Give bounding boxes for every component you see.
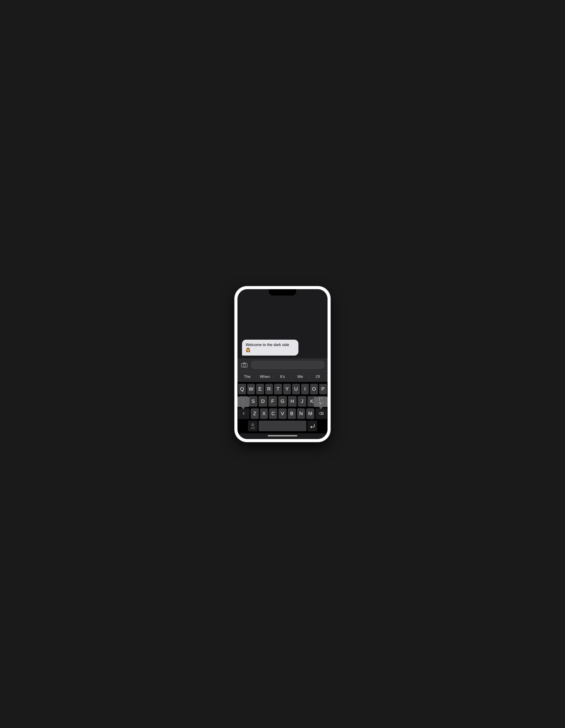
key-v[interactable]: V [278,408,287,419]
emoji-label: 123 [251,427,255,429]
key-b[interactable]: B [288,408,296,419]
input-area [237,358,328,372]
keyboard-row-3: ;: ⇧ Z X C V B N M ! "? ' [238,408,327,419]
predictive-word-1[interactable]: When [256,373,274,381]
key-w[interactable]: W [247,384,255,394]
key-m[interactable]: M [306,408,314,419]
key-o[interactable]: O [310,384,318,394]
return-icon [309,423,315,428]
key-x[interactable]: X [260,408,268,419]
key-u[interactable]: U [292,384,300,394]
key-e[interactable]: E [256,384,264,394]
key-h[interactable]: H [288,396,297,407]
punct-popup-chars: ! "? ' [319,397,323,406]
key-f[interactable]: F [268,396,277,407]
key-delete[interactable]: ⌫ [315,408,327,419]
svg-point-1 [243,364,246,367]
shift-popup-container: ;: [237,397,250,409]
key-shift[interactable]: ⇧ [238,408,250,419]
key-emoji-123[interactable]: ☺ 123 [248,421,257,431]
messages-area: Welcome to the dark side 🧛 [237,299,328,358]
key-y[interactable]: Y [283,384,291,394]
svg-rect-2 [243,363,245,364]
message-input[interactable] [251,361,325,369]
phone-frame: Welcome to the dark side 🧛 The When It's… [235,286,330,442]
message-text: Welcome to the dark side 🧛 [246,343,289,352]
phone-top-bar [237,289,328,299]
notch [269,289,296,296]
shift-popup-tail [241,407,245,409]
camera-icon [241,362,247,368]
shift-popup-chars: ;: [243,397,244,406]
keyboard: Q W E R T Y U I O P A S D F G H J K [237,382,328,433]
predictive-word-4[interactable]: Of [309,373,327,381]
predictive-word-3[interactable]: We [291,373,309,381]
emoji-icon: ☺ [251,422,255,427]
key-t[interactable]: T [274,384,282,394]
punct-key-area: ! "? ' ⌫ [315,408,327,419]
home-indicator-area [237,433,328,439]
predictive-word-2[interactable]: It's [274,373,291,381]
key-z[interactable]: Z [251,408,259,419]
key-g[interactable]: G [278,396,287,407]
key-i[interactable]: I [301,384,309,394]
key-space[interactable] [259,421,306,431]
predictive-word-0[interactable]: The [238,373,256,381]
key-j[interactable]: J [298,396,306,407]
phone-screen: Welcome to the dark side 🧛 The When It's… [237,289,328,439]
home-bar [268,435,297,436]
punct-popup-bubble: ! "? ' [314,397,328,407]
keyboard-row-1: Q W E R T Y U I O P [238,384,327,394]
camera-button[interactable] [240,361,248,369]
key-s[interactable]: S [249,396,257,407]
punct-popup-tail [319,407,323,409]
shift-key-area: ;: ⇧ [238,408,250,419]
key-d[interactable]: D [259,396,267,407]
shift-popup-bubble: ;: [237,397,250,407]
message-bubble: Welcome to the dark side 🧛 [242,340,298,356]
key-r[interactable]: R [265,384,273,394]
key-q[interactable]: Q [238,384,246,394]
key-return[interactable] [308,421,317,431]
predictive-bar: The When It's We Of [237,372,328,382]
key-n[interactable]: N [297,408,305,419]
key-p[interactable]: P [319,384,327,394]
key-c[interactable]: C [269,408,277,419]
keyboard-row-bottom: ☺ 123 [238,421,327,431]
punct-popup-container: ! "? ' [314,397,328,409]
